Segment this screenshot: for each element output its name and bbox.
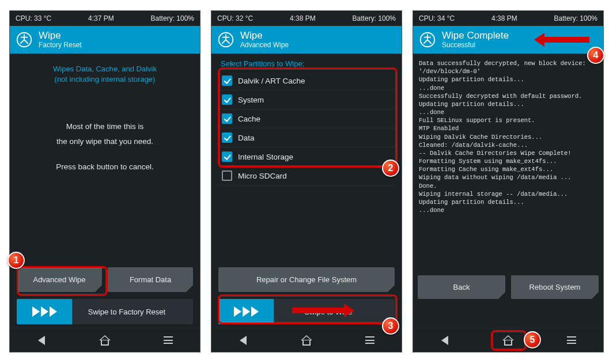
- wipe-info: Most of the time this is the only wipe t…: [17, 119, 193, 174]
- reboot-system-button[interactable]: Reboot System: [511, 275, 599, 299]
- nav-home-icon[interactable]: [295, 332, 318, 348]
- checkbox-label: Dalvik / ART Cache: [238, 77, 305, 85]
- title-bar: Wipe Factory Reset: [10, 26, 200, 54]
- button-label: Format Data: [130, 275, 171, 284]
- button-label: Repair or Change File System: [256, 275, 357, 284]
- screen-factory-reset: CPU: 33 °C 4:37 PM Battery: 100% Wipe Fa…: [9, 10, 200, 352]
- advanced-wipe-button[interactable]: Advanced Wipe: [17, 267, 102, 292]
- status-time: 4:38 PM: [491, 14, 517, 22]
- note-line: (not including internal storage): [17, 74, 193, 85]
- nav-bar: [413, 328, 603, 352]
- status-cpu: CPU: 32 °C: [217, 14, 253, 22]
- callout-1: 1: [7, 252, 25, 269]
- checkbox-label: Cache: [238, 115, 260, 123]
- button-label: Advanced Wipe: [33, 275, 85, 284]
- swipe-factory-reset[interactable]: Swipe to Factory Reset: [17, 299, 193, 324]
- page-subtitle: Factory Reset: [39, 41, 82, 50]
- nav-back-icon[interactable]: [232, 332, 255, 348]
- partition-checklist: Dalvik / ART CacheSystemCacheDataInterna…: [218, 71, 395, 185]
- checkbox-unchecked-icon[interactable]: [222, 170, 232, 181]
- nav-back-icon[interactable]: [30, 332, 53, 348]
- status-bar: CPU: 32 °C 4:38 PM Battery: 100%: [211, 11, 402, 26]
- status-bar: CPU: 33 °C 4:37 PM Battery: 100%: [10, 11, 200, 26]
- partition-checkbox[interactable]: Data: [218, 128, 395, 147]
- console-log: Data successfully decrypted, new block d…: [418, 57, 599, 214]
- twrp-logo-icon: [217, 31, 234, 48]
- page-title: Wipe: [39, 30, 82, 41]
- page-title: Wipe Complete: [442, 30, 509, 41]
- partition-checkbox[interactable]: Cache: [218, 109, 395, 128]
- callout-5: 5: [524, 331, 541, 348]
- format-data-button[interactable]: Format Data: [108, 267, 193, 292]
- partition-checkbox[interactable]: Internal Storage: [218, 147, 395, 166]
- status-cpu: CPU: 34 °C: [419, 14, 455, 22]
- twrp-logo-icon: [16, 31, 33, 48]
- checkbox-checked-icon[interactable]: [222, 113, 232, 124]
- swipe-label: Swipe to Factory Reset: [72, 308, 193, 316]
- screen-wipe-complete: CPU: 34 °C 4:38 PM Battery: 100% Wipe Co…: [413, 10, 604, 352]
- status-cpu: CPU: 33 °C: [16, 14, 51, 22]
- nav-menu-icon[interactable]: [157, 332, 180, 348]
- checkbox-label: Micro SDCard: [238, 172, 287, 180]
- callout-3: 3: [382, 317, 399, 335]
- info-line: the only wipe that you need.: [17, 134, 193, 149]
- checkbox-label: Data: [238, 134, 255, 142]
- checkbox-checked-icon[interactable]: [222, 94, 232, 105]
- swipe-handle-icon[interactable]: [17, 299, 72, 324]
- note-line: Wipes Data, Cache, and Dalvik: [17, 64, 193, 74]
- checkbox-checked-icon[interactable]: [222, 75, 232, 86]
- nav-menu-icon[interactable]: [358, 332, 381, 348]
- info-line: Press back button to cancel.: [17, 160, 193, 175]
- partition-checkbox[interactable]: System: [218, 90, 395, 109]
- status-battery: Battery: 100%: [151, 14, 194, 22]
- checkbox-label: System: [238, 96, 264, 104]
- wipe-note: Wipes Data, Cache, and Dalvik (not inclu…: [17, 64, 193, 85]
- nav-bar: [10, 328, 200, 352]
- nav-back-icon[interactable]: [433, 332, 456, 348]
- title-bar: Wipe Advanced Wipe: [211, 26, 402, 54]
- checkbox-label: Internal Storage: [238, 153, 293, 161]
- callout-2: 2: [382, 160, 399, 177]
- nav-menu-icon[interactable]: [560, 332, 583, 348]
- page-subtitle: Successful: [442, 41, 509, 50]
- back-button[interactable]: Back: [418, 275, 505, 299]
- status-time: 4:38 PM: [290, 14, 316, 22]
- section-label: Select Partitions to Wipe:: [221, 59, 395, 68]
- status-time: 4:37 PM: [88, 14, 114, 22]
- arrow-title: [534, 33, 589, 47]
- partition-checkbox[interactable]: Dalvik / ART Cache: [218, 71, 395, 90]
- checkbox-checked-icon[interactable]: [222, 151, 232, 162]
- nav-home-icon[interactable]: [497, 332, 520, 348]
- screen-advanced-wipe: CPU: 32 °C 4:38 PM Battery: 100% Wipe Ad…: [211, 10, 402, 352]
- twrp-logo-icon: [419, 31, 436, 48]
- info-line: Most of the time this is: [17, 119, 193, 134]
- callout-4: 4: [587, 47, 604, 64]
- partition-checkbox[interactable]: Micro SDCard: [218, 166, 395, 185]
- status-battery: Battery: 100%: [554, 14, 597, 22]
- nav-home-icon[interactable]: [93, 332, 116, 348]
- button-label: Reboot System: [529, 283, 581, 291]
- page-subtitle: Advanced Wipe: [240, 41, 289, 50]
- page-title: Wipe: [240, 30, 289, 41]
- arrow-swipe: [292, 304, 354, 317]
- repair-fs-button[interactable]: Repair or Change File System: [218, 267, 395, 292]
- checkbox-checked-icon[interactable]: [222, 132, 232, 143]
- status-bar: CPU: 34 °C 4:38 PM Battery: 100%: [413, 11, 603, 26]
- status-battery: Battery: 100%: [353, 14, 396, 22]
- swipe-handle-icon[interactable]: [218, 299, 274, 324]
- nav-bar: [211, 328, 402, 352]
- button-label: Back: [453, 283, 470, 291]
